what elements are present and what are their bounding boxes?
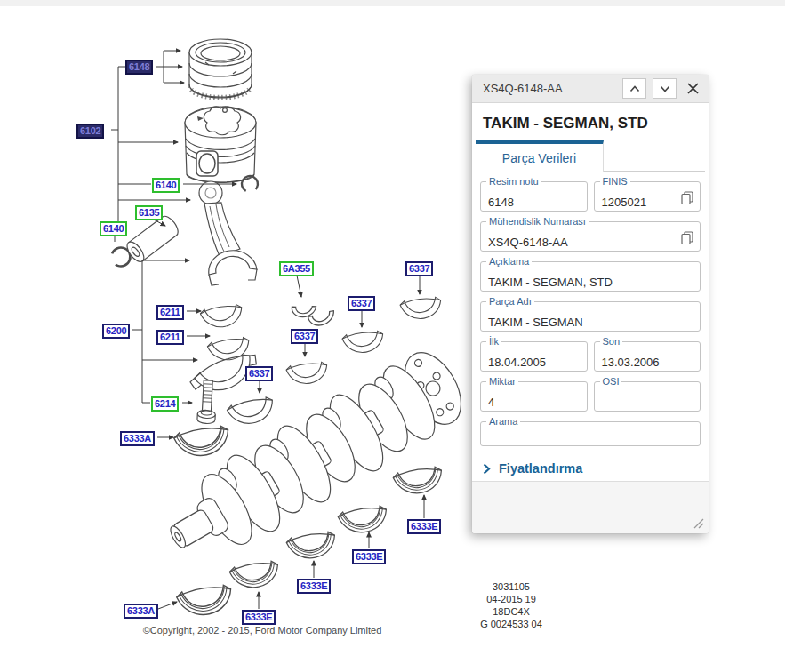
- field-label: Parça Adı: [486, 296, 534, 307]
- part-callout-6211[interactable]: 6211: [156, 305, 184, 320]
- part-callout-6337[interactable]: 6337: [348, 296, 375, 311]
- lower-main-shell: [337, 503, 389, 537]
- part-callout-6333A[interactable]: 6333A: [120, 431, 155, 446]
- lower-main-shell: [285, 529, 338, 563]
- part-callout-6211[interactable]: 6211: [156, 330, 184, 345]
- copy-icon: [681, 191, 693, 204]
- tab-bar-filler: [604, 140, 705, 172]
- panel-title-bar[interactable]: XS4Q-6148-AA: [472, 75, 709, 103]
- piston-ring-set: [189, 39, 252, 98]
- part-callout-6333E[interactable]: 6333E: [407, 519, 441, 534]
- part-callout-6140[interactable]: 6140: [152, 178, 180, 193]
- next-part-button[interactable]: [653, 78, 677, 99]
- part-callout-6333E[interactable]: 6333E: [242, 610, 276, 625]
- part-callout-6200[interactable]: 6200: [102, 324, 130, 339]
- chevron-right-icon: [483, 463, 491, 475]
- copy-icon: [681, 231, 693, 244]
- part-fields: Resim notu 6148 FINIS 1205021 Mü: [472, 181, 709, 446]
- field-osi[interactable]: OSI: [594, 381, 701, 412]
- field-aciklama[interactable]: Açıklama TAKIM - SEGMAN, STD: [480, 261, 701, 292]
- part-callout-6214[interactable]: 6214: [151, 396, 179, 412]
- parts-catalog-screen: 614861026140613561406A355633762116337620…: [0, 0, 785, 672]
- field-muhendislik-numarasi[interactable]: Mühendislik Numarası XS4Q-6148-AA: [480, 221, 701, 252]
- field-value: XS4Q-6148-AA: [488, 236, 568, 249]
- field-label: Resim notu: [486, 176, 541, 187]
- field-label: İlk: [486, 336, 501, 347]
- copy-button[interactable]: [681, 191, 693, 204]
- plate-line: 3031105: [449, 580, 573, 593]
- main-bearing-shell: [226, 394, 276, 428]
- field-label: Son: [600, 336, 623, 347]
- exploded-parts-diagram: [0, 0, 471, 649]
- field-label: FINIS: [600, 176, 630, 187]
- copy-button[interactable]: [681, 231, 693, 244]
- field-label: Açıklama: [486, 256, 532, 267]
- field-parca-adi[interactable]: Parça Adı TAKIM - SEGMAN: [480, 301, 701, 332]
- resize-grip[interactable]: [693, 517, 705, 530]
- part-callout-6135[interactable]: 6135: [135, 205, 163, 220]
- field-label: Miktar: [486, 376, 518, 387]
- tab-bar: Parça Verileri: [476, 140, 705, 172]
- part-callout-6102[interactable]: 6102: [76, 124, 104, 139]
- field-son[interactable]: Son 13.03.2006: [594, 341, 701, 372]
- lower-main-shell: [228, 558, 281, 592]
- pricing-label: Fiyatlandırma: [499, 461, 582, 476]
- panel-footer: [472, 481, 709, 533]
- part-callout-6333A[interactable]: 6333A: [124, 604, 158, 619]
- field-value: 6148: [488, 196, 514, 209]
- main-bearing-shell: [399, 295, 443, 322]
- previous-part-button[interactable]: [622, 78, 646, 99]
- field-resim-notu[interactable]: Resim notu 6148: [480, 181, 588, 212]
- resize-grip-icon: [693, 517, 705, 530]
- chevron-up-icon: [629, 85, 640, 92]
- part-callout-6140[interactable]: 6140: [100, 221, 127, 236]
- chevron-down-icon: [660, 85, 670, 92]
- field-miktar[interactable]: Miktar 4: [480, 381, 588, 412]
- field-value: 18.04.2005: [488, 356, 546, 369]
- field-label: Mühendislik Numarası: [486, 216, 589, 227]
- main-bearing-shell: [341, 329, 385, 356]
- part-callout-6A355[interactable]: 6A355: [279, 261, 314, 276]
- part-title: TAKIM - SEGMAN, STD: [483, 115, 698, 132]
- field-value: 1205021: [602, 196, 647, 209]
- part-detail-panel: XS4Q-6148-AA TAKIM - SEGMAN, STD Parça V…: [472, 75, 709, 533]
- lower-main-shell: [392, 464, 445, 498]
- connecting-rod: [199, 181, 257, 285]
- panel-part-number: XS4Q-6148-AA: [483, 82, 616, 95]
- part-callout-6333E[interactable]: 6333E: [352, 549, 386, 564]
- plate-line: 18DC4X: [449, 605, 573, 618]
- thrust-washer: [292, 300, 318, 320]
- field-label: OSI: [600, 376, 622, 387]
- pricing-expander[interactable]: Fiyatlandırma: [483, 461, 698, 476]
- close-panel-button[interactable]: [685, 80, 701, 97]
- field-finis[interactable]: FINIS 1205021: [594, 181, 701, 212]
- part-callout-6337[interactable]: 6337: [291, 329, 318, 344]
- drawing-plate-info: 303110504-2015 1918DC4XG 0024533 04: [449, 580, 573, 630]
- field-arama[interactable]: Arama: [480, 421, 701, 446]
- field-value: 4: [488, 396, 494, 409]
- part-callout-6337[interactable]: 6337: [245, 366, 273, 381]
- piston-pin: [124, 213, 180, 264]
- piston: [185, 107, 256, 182]
- lower-main-shell: [173, 423, 232, 461]
- copyright-text: ©Copyright, 2002 - 2015, Ford Motor Comp…: [27, 625, 498, 636]
- main-bearing-shell: [285, 360, 329, 387]
- part-callout-6333E[interactable]: 6333E: [297, 579, 331, 594]
- field-value: 13.03.2006: [602, 356, 660, 369]
- field-value: TAKIM - SEGMAN, STD: [488, 276, 613, 289]
- part-callout-6337[interactable]: 6337: [405, 261, 433, 276]
- part-callout-6148[interactable]: 6148: [125, 60, 153, 75]
- rod-bearing-shell: [200, 302, 245, 332]
- field-value: TAKIM - SEGMAN: [488, 316, 583, 329]
- close-icon: [686, 82, 700, 95]
- field-label: Arama: [486, 416, 520, 427]
- plate-line: G 0024533 04: [449, 618, 573, 630]
- plate-line: 04-2015 19: [449, 593, 573, 605]
- lower-main-shell: [176, 582, 235, 620]
- field-ilk[interactable]: İlk 18.04.2005: [480, 341, 588, 372]
- tab-parca-verileri[interactable]: Parça Verileri: [476, 140, 604, 172]
